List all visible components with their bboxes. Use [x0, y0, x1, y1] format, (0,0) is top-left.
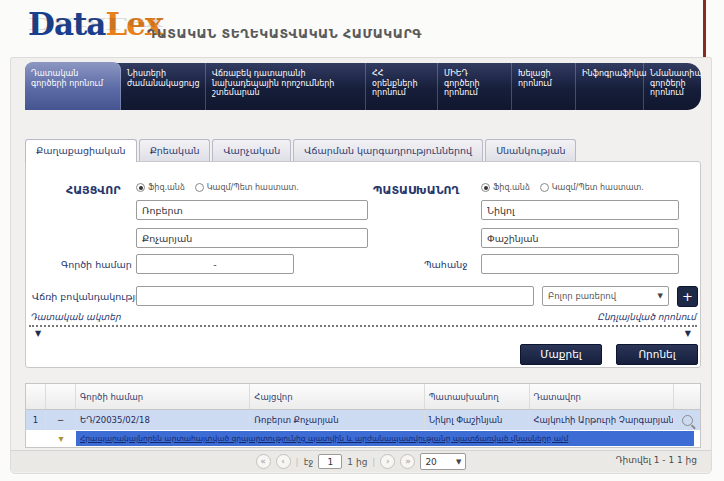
nav-item-3[interactable]: ՀՀ օրենքների որոնում [366, 63, 438, 110]
cell-case-number: ԵԴ/20035/02/18 [76, 410, 250, 430]
main-navigation: Դատական գործերի որոնումՆիստերի ժամանակաց… [25, 63, 701, 110]
window-edge-line [703, 0, 706, 57]
prev-page-button[interactable]: ‹ [276, 454, 291, 469]
nav-item-6[interactable]: Ինֆոգրաֆիկա [576, 63, 644, 110]
row-number: 1 [26, 410, 46, 430]
collapse-row-button[interactable]: − [46, 410, 76, 430]
cell-judge: Հայկուհի Արթուրի Չարգարյան [530, 410, 675, 430]
chevron-down-icon: ▼ [456, 458, 461, 466]
claim-input[interactable] [481, 254, 679, 274]
expand-acts-arrow-icon[interactable]: ▼ [35, 329, 41, 338]
header-judge: Դատավոր [530, 384, 675, 409]
detail-expander[interactable]: ▾ [46, 430, 76, 447]
add-criteria-button[interactable]: + [677, 286, 698, 307]
magnifier-icon [682, 415, 693, 426]
chevron-down-icon: ▼ [658, 292, 663, 300]
results-table: Գործի համար Հայցվոր Պատասխանող Դատավոր 1… [25, 383, 701, 448]
judicial-acts-link[interactable]: Դատական ակտեր [30, 312, 121, 322]
pagination-bar: « ‹ | էջ 1 ից | › » 20▼ Դիտվել 1 - 1 1 ի… [11, 450, 711, 472]
last-page-button[interactable]: » [400, 454, 415, 469]
minus-icon: − [57, 415, 64, 425]
nav-item-0[interactable]: Դատական գործերի որոնում [25, 62, 121, 110]
claim-detail-link[interactable]: Հրապարակայնորեն արտահայտված զրպարտությու… [76, 431, 694, 446]
radio-selected-icon [481, 183, 490, 192]
defendant-person-radio[interactable]: Ֆիզ.անձ [481, 183, 530, 192]
app-title: ԴԱՏԱԿԱՆ ՏԵՂԵԿԱՏՎԱԿԱՆ ՀԱՄԱԿԱՐԳ [147, 26, 422, 41]
verdict-content-input[interactable] [136, 286, 534, 306]
case-type-tab-0[interactable]: Քաղաքացիական [25, 139, 137, 162]
nav-item-1[interactable]: Նիստերի ժամանակացույց [121, 63, 206, 110]
plaintiff-org-radio[interactable]: Կազմ/Պետ հաստատ. [195, 183, 299, 192]
table-row-detail: ▾Հրապարակայնորեն արտահայտված զրպարտությո… [26, 430, 700, 447]
page-number-input[interactable] [318, 454, 342, 469]
defendant-label: ՊԱՏԱՍԽԱՆՈՂ [373, 184, 459, 197]
page-of-label: 1 ից [347, 457, 367, 467]
defendant-type-radios: Ֆիզ.անձ Կազմ/Պետ հաստատ. [481, 183, 644, 192]
header-expander [46, 384, 76, 409]
plaintiff-type-radios: Ֆիզ.անձ Կազմ/Պետ հաստատ. [136, 183, 299, 192]
nav-item-4[interactable]: ՄԻԵԴ գործերի որոնում [438, 63, 512, 110]
logo-reflection: DataLex [28, 14, 162, 34]
page-label: էջ [304, 457, 314, 467]
radio-icon [195, 183, 204, 192]
nav-item-2[interactable]: Վճռաբեկ դատարանի նախադեպային որոշումների… [206, 63, 366, 110]
next-page-button[interactable]: › [380, 454, 395, 469]
view-case-button[interactable] [674, 410, 700, 430]
cell-defendant: Նիկոլ Փաշինյան [425, 410, 530, 430]
case-number-label: Գործի համար [61, 259, 132, 270]
header-plaintiff: Հայցվոր [250, 384, 424, 409]
nav-item-5[interactable]: Խելացի որոնում [512, 63, 576, 110]
expand-advanced-arrow-icon[interactable]: ▼ [685, 329, 691, 338]
table-header-row: Գործի համար Հայցվոր Պատասխանող Դատավոր [26, 384, 700, 410]
radio-selected-icon [136, 183, 145, 192]
first-page-button[interactable]: « [256, 454, 271, 469]
plaintiff-first-name-input[interactable] [136, 200, 368, 220]
dotted-separator [29, 325, 697, 327]
case-type-tab-2[interactable]: Վարչական [212, 139, 291, 162]
chevron-down-icon: ▾ [58, 435, 63, 443]
claim-label: Պահանջ [424, 259, 467, 270]
cell-plaintiff: Ռոբերտ Քոչարյան [250, 410, 424, 430]
search-form-panel: ՀԱՅՑՎՈՐ Ֆիզ.անձ Կազմ/Պետ հաստատ. ՊԱՏԱՍԽԱ… [25, 161, 701, 368]
plaintiff-last-name-input[interactable] [136, 228, 368, 248]
nav-item-7[interactable]: Նմանատիպ գործերի որոնում [644, 63, 701, 110]
case-type-tab-1[interactable]: Քրեական [139, 139, 211, 162]
defendant-first-name-input[interactable] [481, 200, 679, 220]
radio-icon [540, 183, 549, 192]
case-number-input[interactable] [136, 254, 294, 274]
header-num [26, 384, 46, 409]
defendant-org-radio[interactable]: Կազմ/Պետ հաստատ. [540, 183, 644, 192]
page-size-dropdown[interactable]: 20▼ [420, 453, 466, 470]
verdict-content-label: Վճռի բովանդակություն [32, 291, 151, 302]
clear-button[interactable]: Մաքրել [520, 344, 602, 365]
word-match-dropdown[interactable]: Բոլոր բառերով▼ [542, 286, 669, 306]
plaintiff-label: ՀԱՅՑՎՈՐ [66, 184, 121, 197]
header-case-number: Գործի համար [76, 384, 250, 409]
table-row[interactable]: 1−ԵԴ/20035/02/18Ռոբերտ ՔոչարյանՆիկոլ Փաշ… [26, 410, 700, 430]
header-defendant: Պատասխանող [425, 384, 530, 409]
search-button[interactable]: Որոնել [616, 344, 698, 365]
case-type-tab-3[interactable]: Վճարման կարգադրություններով [293, 139, 483, 162]
plaintiff-person-radio[interactable]: Ֆիզ.անձ [136, 183, 185, 192]
case-type-tab-4[interactable]: Սնանկության [485, 139, 576, 162]
results-summary: Դիտվել 1 - 1 1 ից [616, 455, 697, 465]
header-actions [674, 384, 700, 409]
advanced-search-link[interactable]: Ընդլայնված որոնում [597, 312, 696, 322]
case-type-tabs: ՔաղաքացիականՔրեականՎարչականՎճարման կարգա… [25, 139, 576, 162]
defendant-last-name-input[interactable] [481, 228, 679, 248]
